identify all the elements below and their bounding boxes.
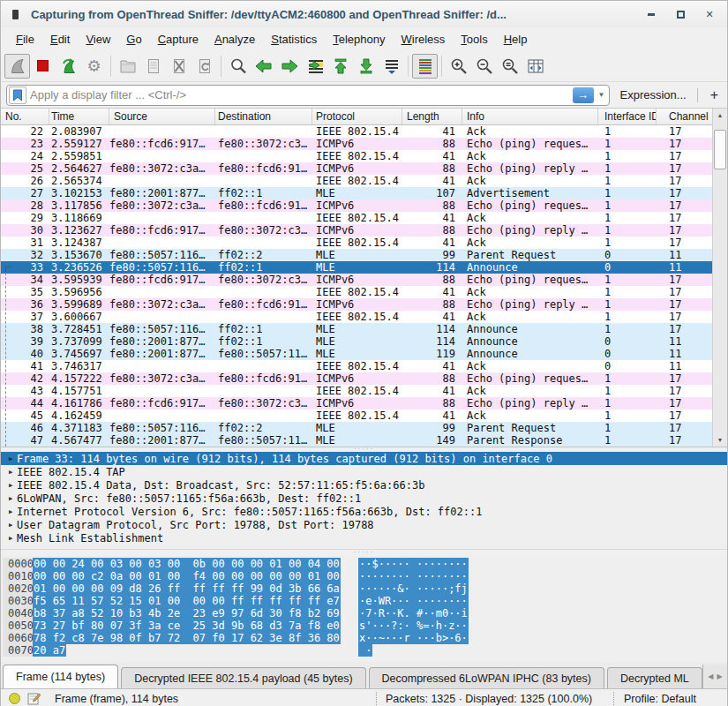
packet-row[interactable]: 252.564627fe80::3072:c3a…fe80::fcd6:91…I… (1, 162, 714, 175)
menu-go[interactable]: Go (118, 30, 149, 49)
menu-file[interactable]: File (8, 30, 42, 49)
menu-capture[interactable]: Capture (150, 30, 206, 49)
scroll-down-icon[interactable]: ▼ (713, 433, 727, 447)
detail-row[interactable]: ▶Internet Protocol Version 6, Src: fe80:… (1, 505, 727, 518)
detail-row[interactable]: ▶Frame 33: 114 bytes on wire (912 bits),… (1, 452, 727, 465)
packet-row[interactable]: 273.102153fe80::2001:877…ff02::1MLE107Ad… (1, 187, 714, 199)
column-header-protocol[interactable]: Protocol (312, 109, 402, 124)
hex-row[interactable]: 006078 f2 c8 7e 98 0f b7 72 07 f0 17 62 … (1, 632, 727, 644)
packet-row[interactable]: 343.595939fe80::fcd6:917…fe80::3072:c3…I… (1, 274, 714, 286)
close-button[interactable]: ✕ (704, 9, 715, 19)
hex-ascii[interactable]: · (358, 644, 372, 657)
hex-bytes[interactable]: 00 00 24 00 03 00 03 00 0b 00 00 00 01 0… (33, 558, 341, 570)
resize-columns-button[interactable] (522, 54, 548, 79)
packet-row[interactable]: 373.600667IEEE 802.15.441Ack117 (1, 311, 714, 323)
packet-row[interactable]: 283.117856fe80::3072:c3a…fe80::fcd6:91…I… (1, 199, 714, 212)
expand-triangle-icon[interactable]: ▶ (4, 455, 17, 462)
packet-row[interactable]: 323.153670fe80::5057:116…ff02::2MLE99Par… (1, 249, 714, 261)
expand-triangle-icon[interactable]: ▶ (4, 495, 17, 502)
packet-row[interactable]: 454.162459IEEE 802.15.441Ack117 (1, 409, 714, 422)
tab-scroll-left-icon[interactable]: ◀ (708, 672, 713, 680)
hex-ascii[interactable]: ········ ········ (358, 570, 469, 582)
detail-row[interactable]: ▶Mesh Link Establishment (1, 531, 727, 545)
capture-stop-button[interactable] (30, 54, 56, 79)
go-to-packet-button[interactable] (302, 54, 327, 79)
zoom-in-button[interactable] (446, 54, 471, 79)
file-save-button[interactable] (140, 54, 166, 79)
capture-options-button[interactable]: ⚙ (81, 54, 107, 79)
column-header-time[interactable]: Time (49, 109, 109, 124)
menu-view[interactable]: View (78, 30, 118, 49)
go-back-button[interactable] (251, 54, 276, 79)
zoom-reset-button[interactable] (497, 54, 522, 79)
expression-button[interactable]: Expression... (620, 88, 687, 101)
column-header-no[interactable]: No. (1, 109, 49, 124)
hex-row[interactable]: 007020 a7 · (1, 644, 727, 657)
packet-row[interactable]: 262.565374IEEE 802.15.441Ack117 (1, 175, 714, 187)
maximize-button[interactable] (675, 9, 686, 19)
capture-comment-icon[interactable] (27, 692, 41, 705)
go-forward-button[interactable] (276, 54, 302, 79)
column-header-info[interactable]: Info (462, 109, 598, 124)
menu-telephony[interactable]: Telephony (325, 30, 393, 49)
apply-filter-button[interactable]: → (573, 87, 594, 103)
file-reload-button[interactable] (191, 54, 217, 79)
expert-info-icon[interactable] (9, 693, 20, 704)
column-header-channel[interactable]: Channel (657, 109, 714, 124)
go-last-packet-button[interactable] (353, 54, 379, 79)
hex-ascii[interactable]: ··$····· ········ (358, 558, 469, 570)
packet-row[interactable]: 464.371183fe80::5057:116…ff02::2MLE99Par… (1, 422, 714, 434)
detail-row[interactable]: ▶6LoWPAN, Src: fe80::5057:1165:f56a:663b… (1, 492, 727, 505)
hex-bytes[interactable]: f5 65 11 57 52 15 01 00 00 00 ff ff ff f… (33, 595, 341, 607)
menu-wireless[interactable]: Wireless (394, 30, 454, 49)
detail-row[interactable]: ▶User Datagram Protocol, Src Port: 19788… (1, 518, 727, 531)
packet-row[interactable]: 333.236526fe80::5057:116…ff02::1MLE114An… (1, 261, 714, 274)
packet-row[interactable]: 393.737099fe80::2001:877…ff02::1MLE114An… (1, 335, 714, 348)
packet-row[interactable]: 474.567477fe80::2001:877…fe80::5057:11…M… (1, 434, 714, 447)
hex-bytes[interactable]: 78 f2 c8 7e 98 0f b7 72 07 f0 17 62 3e 8… (33, 632, 341, 644)
auto-scroll-button[interactable] (379, 54, 404, 79)
packet-row[interactable]: 403.745697fe80::2001:877…fe80::5057:11…M… (1, 348, 714, 360)
menu-tools[interactable]: Tools (453, 30, 495, 49)
tab-scroll-right-icon[interactable]: ▶ (717, 672, 723, 680)
hex-bytes[interactable]: 20 a7 (33, 644, 66, 657)
scrollbar-thumb[interactable] (714, 130, 726, 169)
menu-help[interactable]: Help (496, 30, 536, 49)
hex-row[interactable]: 0040b8 37 a8 52 10 b3 4b 2e 23 e9 97 6d … (1, 607, 727, 620)
packet-row[interactable]: 232.559127fe80::fcd6:917…fe80::3072:c3…I… (1, 138, 714, 150)
packet-row[interactable]: 363.599689fe80::3072:c3a…fe80::fcd6:91…I… (1, 298, 714, 311)
hex-row[interactable]: 005073 27 bf 80 07 3f 3a ce 25 3d 9b 68 … (1, 620, 727, 632)
byte-tab[interactable]: Decompressed 6LoWPAN IPHC (83 bytes) (369, 667, 604, 688)
packet-row[interactable]: 444.161786fe80::fcd6:917…fe80::3072:c3…I… (1, 397, 714, 409)
hex-ascii[interactable]: ·7·R··K. #··m0··i (358, 607, 469, 620)
packet-row[interactable]: 353.596956IEEE 802.15.441Ack117 (1, 286, 714, 298)
column-header-destination[interactable]: Destination (215, 109, 312, 124)
hex-bytes[interactable]: 01 00 00 00 09 d8 26 ff ff ff ff 99 0d 3… (33, 582, 341, 595)
packet-row[interactable]: 293.118669IEEE 802.15.441Ack117 (1, 212, 714, 224)
column-header-interface-id[interactable]: Interface ID (598, 109, 657, 124)
hex-ascii[interactable]: x··~···r ···b>·6· (358, 632, 469, 644)
capture-start-button[interactable] (4, 54, 30, 79)
column-header-length[interactable]: Length (402, 109, 462, 124)
scroll-up-icon[interactable]: ▲ (713, 109, 727, 122)
hex-row[interactable]: 002001 00 00 00 09 d8 26 ff ff ff ff 99 … (1, 582, 727, 595)
hex-bytes[interactable]: 00 00 00 c2 0a 00 01 00 f4 00 00 00 00 0… (33, 570, 341, 582)
display-filter-input[interactable] (30, 88, 573, 101)
packet-row[interactable]: 413.746317IEEE 802.15.441Ack011 (1, 360, 714, 372)
go-first-packet-button[interactable] (327, 54, 353, 79)
expand-triangle-icon[interactable]: ▶ (4, 469, 17, 476)
detail-row[interactable]: ▶IEEE 802.15.4 TAP (1, 465, 727, 478)
hex-ascii[interactable]: ·e·WR··· ········ (358, 595, 469, 607)
expand-triangle-icon[interactable]: ▶ (4, 482, 17, 489)
menu-statistics[interactable]: Statistics (263, 30, 325, 49)
colorize-packets-button[interactable] (412, 54, 438, 79)
add-filter-button[interactable]: + (707, 87, 722, 103)
column-header-source[interactable]: Source (109, 109, 215, 124)
byte-tab[interactable]: Decrypted ML (607, 667, 702, 688)
packet-row[interactable]: 222.083907IEEE 802.15.441Ack117 (1, 125, 714, 138)
find-packet-button[interactable] (225, 54, 251, 79)
minimize-button[interactable] (646, 9, 657, 19)
filter-dropdown-caret-icon[interactable]: ▼ (598, 91, 605, 99)
file-close-button[interactable] (166, 54, 191, 79)
hex-row[interactable]: 000000 00 24 00 03 00 03 00 0b 00 00 00 … (1, 558, 727, 570)
